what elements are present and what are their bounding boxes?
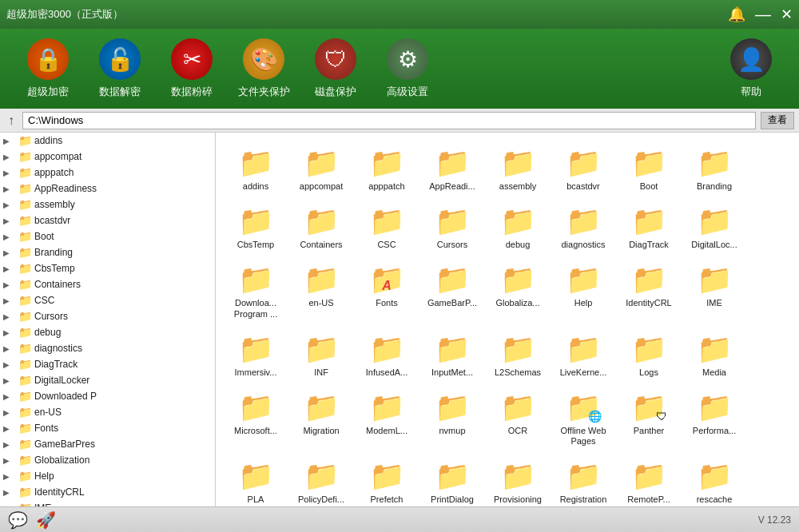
- sidebar-item-appcompat[interactable]: ▶ 📁 appcompat: [0, 149, 215, 165]
- query-button[interactable]: 查看: [761, 112, 794, 129]
- file-item-prefetch[interactable]: 📁Prefetch: [355, 454, 419, 506]
- path-input[interactable]: [22, 112, 756, 129]
- sidebar-item-appreadiness[interactable]: ▶ 📁 AppReadiness: [0, 181, 215, 197]
- sidebar-item-cursors[interactable]: ▶ 📁 Cursors: [0, 308, 215, 324]
- sidebar-item-containers[interactable]: ▶ 📁 Containers: [0, 276, 215, 292]
- sidebar-item-boot[interactable]: ▶ 📁 Boot: [0, 228, 215, 244]
- file-item-cursors[interactable]: 📁Cursors: [420, 199, 484, 256]
- folder-icon: 📁: [631, 332, 667, 366]
- file-label: Microsoft...: [234, 426, 277, 436]
- file-item-inf[interactable]: 📁INF: [289, 327, 353, 383]
- up-button[interactable]: ↑: [5, 113, 18, 128]
- folder-icon: 📁: [500, 146, 536, 180]
- file-item-csc[interactable]: 📁CSC: [355, 199, 419, 256]
- sidebar-item-addins[interactable]: ▶ 📁 addins: [0, 133, 215, 149]
- toolbar-item-disk[interactable]: 🛡磁盘保护: [304, 38, 368, 99]
- rocket-icon[interactable]: 🚀: [36, 510, 56, 530]
- file-item-appreadiness[interactable]: 📁AppReadi...: [420, 141, 484, 197]
- toolbar-item-help[interactable]: 👤帮助: [719, 38, 783, 99]
- file-item-debug[interactable]: 📁debug: [486, 199, 550, 256]
- file-item-infusedA[interactable]: 📁InfusedA...: [355, 327, 419, 383]
- file-item-diagtrack[interactable]: 📁DiagTrack: [617, 199, 681, 256]
- file-item-addins[interactable]: 📁addins: [224, 141, 288, 197]
- sidebar-item-identitycrl[interactable]: ▶ 📁 IdentityCRL: [0, 484, 215, 500]
- folder-icon: 📁: [18, 310, 32, 323]
- file-item-enus[interactable]: 📁en-US: [289, 257, 353, 324]
- close-button[interactable]: ✕: [781, 6, 793, 23]
- sidebar-item-globalization[interactable]: ▶ 📁 Globalization: [0, 452, 215, 468]
- file-item-containers[interactable]: 📁Containers: [289, 199, 353, 256]
- toolbar-icon-folder: 🎨: [243, 38, 284, 80]
- file-item-digitalloc[interactable]: 📁DigitalLoc...: [682, 199, 746, 256]
- file-item-branding[interactable]: 📁Branding: [682, 141, 746, 197]
- file-item-diagnostics[interactable]: 📁diagnostics: [551, 199, 615, 256]
- toolbar-item-encrypt[interactable]: 🔒超级加密: [16, 38, 80, 99]
- toolbar-item-shred[interactable]: ✂数据粉碎: [160, 38, 224, 99]
- folder-icon: 📁: [18, 230, 32, 243]
- sidebar-item-debug[interactable]: ▶ 📁 debug: [0, 324, 215, 340]
- file-item-inputmet[interactable]: 📁InputMet...: [420, 327, 484, 383]
- file-item-assembly[interactable]: 📁assembly: [486, 141, 550, 197]
- folder-icon: 📁: [566, 332, 602, 366]
- sidebar-item-diagtrack[interactable]: ▶ 📁 DiagTrack: [0, 356, 215, 372]
- sidebar-item-fonts[interactable]: ▶ 📁 Fonts: [0, 420, 215, 436]
- file-item-l2schemas[interactable]: 📁L2Schemas: [486, 327, 550, 383]
- file-item-appcompat[interactable]: 📁appcompat: [289, 141, 353, 197]
- file-item-pla[interactable]: 📁PLA: [224, 454, 288, 506]
- file-item-identitycrl[interactable]: 📁IdentityCRL: [617, 257, 681, 324]
- bell-icon[interactable]: 🔔: [728, 6, 745, 23]
- sidebar-label: CbsTemp: [34, 263, 75, 274]
- file-item-offlinewebpages[interactable]: 📁 🌐 Offline Web Pages: [551, 385, 615, 452]
- minimize-button[interactable]: —: [755, 6, 771, 24]
- file-item-printdialog[interactable]: 📁PrintDialog: [420, 454, 484, 506]
- file-item-performa[interactable]: 📁Performa...: [682, 385, 746, 452]
- file-item-boot[interactable]: 📁Boot: [617, 141, 681, 197]
- file-item-microsoft[interactable]: 📁Microsoft...: [224, 385, 288, 452]
- toolbar-item-folder[interactable]: 🎨文件夹保护: [232, 38, 296, 99]
- sidebar-item-assembly[interactable]: ▶ 📁 assembly: [0, 197, 215, 212]
- file-item-downloadprog[interactable]: 📁Downloa... Program ...: [224, 257, 288, 324]
- sidebar-item-digitallocker[interactable]: ▶ 📁 DigitalLocker: [0, 372, 215, 388]
- toolbar-icon-settings: ⚙: [387, 38, 428, 80]
- chat-icon[interactable]: 💬: [8, 510, 28, 530]
- file-item-remotep[interactable]: 📁RemoteP...: [617, 454, 681, 506]
- file-item-registration[interactable]: 📁Registration: [551, 454, 615, 506]
- file-item-fonts[interactable]: 📁 A Fonts: [355, 257, 419, 324]
- toolbar-item-decrypt[interactable]: 🔓数据解密: [88, 38, 152, 99]
- file-item-ocr[interactable]: 📁OCR: [486, 385, 550, 452]
- file-item-provisioning[interactable]: 📁Provisioning: [486, 454, 550, 506]
- sidebar-item-apppatch[interactable]: ▶ 📁 apppatch: [0, 165, 215, 181]
- sidebar-label: en-US: [34, 407, 62, 418]
- file-item-cbstemp[interactable]: 📁CbsTemp: [224, 199, 288, 256]
- file-item-help[interactable]: 📁Help: [551, 257, 615, 324]
- file-item-rescache[interactable]: 📁rescache: [682, 454, 746, 506]
- sidebar-item-en-us[interactable]: ▶ 📁 en-US: [0, 404, 215, 420]
- folder-icon: 📁: [500, 332, 536, 366]
- file-item-bcastdvr[interactable]: 📁bcastdvr: [551, 141, 615, 197]
- file-item-immersiv[interactable]: 📁Immersiv...: [224, 327, 288, 383]
- file-item-logs[interactable]: 📁Logs: [617, 327, 681, 383]
- file-item-media[interactable]: 📁Media: [682, 327, 746, 383]
- file-label: nvmup: [439, 426, 465, 436]
- file-item-gamebarP[interactable]: 📁GameBarP...: [420, 257, 484, 324]
- sidebar-item-bcastdvr[interactable]: ▶ 📁 bcastdvr: [0, 212, 215, 228]
- file-item-panther[interactable]: 📁 🛡 Panther: [617, 385, 681, 452]
- sidebar-item-downloadedp[interactable]: ▶ 📁 Downloaded P: [0, 388, 215, 404]
- toolbar-item-settings[interactable]: ⚙高级设置: [376, 38, 439, 99]
- sidebar-item-help[interactable]: ▶ 📁 Help: [0, 468, 215, 484]
- file-item-globaliz[interactable]: 📁Globaliza...: [486, 257, 550, 324]
- file-item-policydefi[interactable]: 📁PolicyDefi...: [289, 454, 353, 506]
- sidebar-item-branding[interactable]: ▶ 📁 Branding: [0, 244, 215, 260]
- file-item-livekerne[interactable]: 📁LiveKerne...: [551, 327, 615, 383]
- sidebar-item-cbstemp[interactable]: ▶ 📁 CbsTemp: [0, 260, 215, 276]
- file-item-migration[interactable]: 📁Migration: [289, 385, 353, 452]
- file-item-ime[interactable]: 📁IME: [682, 257, 746, 324]
- sidebar-item-ime[interactable]: ▶ 📁 IME: [0, 500, 215, 506]
- file-item-modeml[interactable]: 📁ModemL...: [355, 385, 419, 452]
- file-label: ModemL...: [366, 426, 407, 436]
- file-item-apppatch[interactable]: 📁apppatch: [355, 141, 419, 197]
- sidebar-item-gamebarpres[interactable]: ▶ 📁 GameBarPres: [0, 436, 215, 452]
- sidebar-item-csc[interactable]: ▶ 📁 CSC: [0, 292, 215, 308]
- sidebar-item-diagnostics[interactable]: ▶ 📁 diagnostics: [0, 340, 215, 356]
- file-item-nvmup[interactable]: 📁nvmup: [420, 385, 484, 452]
